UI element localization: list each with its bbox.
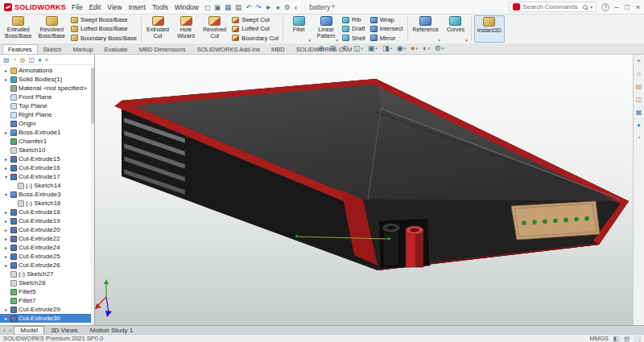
select-icon[interactable]: ► — [265, 3, 271, 11]
tree-item[interactable]: (-) Sketch16 — [0, 199, 94, 208]
apply-scene-icon[interactable]: ◐▾ — [423, 44, 430, 52]
view-settings-icon[interactable]: ⚙▾ — [435, 44, 444, 52]
close-button[interactable]: × — [636, 3, 640, 11]
search-input[interactable] — [522, 3, 580, 10]
custom-properties-icon[interactable]: ◔ — [637, 134, 641, 142]
tree-item[interactable]: ▸ Cut-Extrude26 — [0, 261, 94, 270]
tree-item[interactable]: ▸ Cut-Extrude18 — [0, 208, 94, 216]
edit-appearance-icon[interactable]: ●▾ — [411, 44, 418, 52]
tab-motion-study-1[interactable]: Motion Study 1 — [85, 326, 138, 334]
tree-item[interactable]: (-) Sketch27 — [0, 270, 94, 278]
tree-item[interactable]: ▸ Cut-Extrude20 — [0, 225, 94, 234]
expand-arrow-icon[interactable]: ▸ — [3, 209, 9, 215]
tab-solidworks-add-ins[interactable]: SOLIDWORKS Add-Ins — [192, 44, 266, 54]
wrap-button[interactable]: Wrap — [370, 15, 403, 24]
dimxpertmanager-tab-icon[interactable]: ◫ — [28, 56, 35, 64]
open-icon[interactable]: ▣ — [214, 3, 221, 11]
expand-arrow-icon[interactable]: ▸ — [3, 76, 9, 82]
terminal-red[interactable] — [406, 226, 423, 267]
expand-arrow-icon[interactable]: ▸ — [3, 218, 9, 224]
expand-arrow-icon[interactable]: ▸ — [3, 315, 9, 321]
redo-icon[interactable]: ↷ — [255, 3, 261, 11]
tree-item[interactable]: ▸ Cut-Extrude25 — [0, 252, 94, 261]
hide-show-items-icon[interactable]: ◉▾ — [397, 44, 406, 52]
propertymanager-tab-icon[interactable]: ◔ — [13, 56, 17, 64]
tab-features[interactable]: Features — [2, 44, 38, 54]
tree-item[interactable]: ▸ Cut-Extrude24 — [0, 243, 94, 252]
solidworks-resources-icon[interactable]: ⌂ — [637, 70, 641, 77]
search-caret-icon[interactable]: ▾ — [590, 4, 592, 10]
boundary-boss-base-button[interactable]: Boundary Boss/Base — [71, 34, 137, 43]
revolved-boss-base-button[interactable]: Revolved Boss/Base — [35, 15, 67, 43]
tree-scrollbar-thumb[interactable] — [91, 68, 94, 124]
tab-3d-views[interactable]: 3D Views — [45, 326, 84, 334]
swept-cut-button[interactable]: Swept Cut — [232, 15, 279, 24]
edit-appearance-icon[interactable]: ◐ — [295, 3, 299, 11]
appearances-icon[interactable]: ● — [637, 122, 641, 129]
section-view-icon[interactable]: ◫▾ — [353, 44, 363, 52]
swept-boss-base-button[interactable]: Swept Boss/Base — [71, 15, 137, 24]
extruded-cut-button[interactable]: Extruded Cut — [144, 15, 171, 43]
print-icon[interactable]: ▤ — [235, 3, 242, 11]
display-style-icon[interactable]: ◨▾ — [382, 44, 392, 52]
expand-arrow-icon[interactable]: ▸ — [3, 156, 9, 162]
curves-button[interactable]: Curves ▾ — [443, 15, 469, 43]
tab-model[interactable]: Model — [14, 326, 44, 334]
undo-icon[interactable]: ↶ — [246, 3, 251, 11]
menu-item[interactable]: Edit — [89, 3, 101, 11]
instant3d-button[interactable]: Instant3D — [474, 15, 505, 43]
options-icon[interactable]: ⚙ — [284, 3, 291, 11]
tree-item[interactable]: Material <not specified> — [0, 84, 94, 93]
search-commands-box[interactable]: ▾ — [509, 2, 597, 12]
expand-arrow-icon[interactable]: ▾ — [3, 192, 9, 197]
expand-arrow-icon[interactable]: ▸ — [3, 165, 9, 171]
intersect-button[interactable]: Intersect — [370, 24, 403, 33]
tree-item[interactable]: (-) Sketch14 — [0, 181, 94, 190]
expand-arrow-icon[interactable]: ▸ — [3, 253, 9, 259]
rebuild-icon[interactable]: ● — [276, 3, 280, 11]
maximize-button[interactable]: □ — [625, 3, 629, 11]
panel-overflow-icon[interactable]: » — [45, 56, 48, 64]
tab-scroll-right-icon[interactable]: › — [8, 326, 14, 334]
tree-item[interactable]: Front Plane — [0, 93, 94, 101]
tree-item[interactable]: Origin — [0, 119, 94, 128]
tree-item[interactable]: Right Plane — [0, 110, 94, 119]
hole-wizard-button[interactable]: Hole Wizard — [173, 15, 199, 43]
tab-evaluate[interactable]: Evaluate — [99, 44, 134, 54]
minimize-button[interactable]: – — [614, 3, 618, 11]
dropdown-caret-icon[interactable]: ▾ — [309, 38, 312, 43]
tree-item[interactable]: ▾ Boss-Extrude3 — [0, 190, 94, 199]
tree-item[interactable]: Sketch28 — [0, 278, 94, 287]
file-explorer-icon[interactable]: ◫ — [636, 96, 642, 103]
expand-arrow-icon[interactable]: ▸ — [3, 227, 9, 233]
tree-item[interactable]: ▸ Cut-Extrude19 — [0, 216, 94, 225]
tree-item[interactable]: Chamfer1 — [0, 137, 94, 146]
draft-button[interactable]: Draft — [342, 24, 365, 33]
terminal-black[interactable] — [383, 225, 399, 266]
tab-markup[interactable]: Markup — [68, 44, 99, 54]
tab-mbd-dimensions[interactable]: MBD Dimensions — [134, 44, 192, 54]
tree-item[interactable]: ▸ Solid Bodies(1) — [0, 75, 94, 84]
mirror-button[interactable]: Mirror — [370, 34, 403, 43]
menu-item[interactable]: Window — [175, 3, 199, 11]
linear-pattern-button[interactable]: Linear Pattern ▾ — [313, 15, 339, 43]
resize-grip[interactable] — [634, 336, 641, 342]
status-icon[interactable]: ◧ — [613, 335, 619, 342]
expand-arrow-icon[interactable]: ▸ — [3, 262, 9, 268]
tree-item[interactable]: ▸ Boss-Extrude1 — [0, 128, 94, 137]
featuremanager-tab-icon[interactable]: ▤ — [3, 56, 10, 64]
help-button[interactable]: ? — [601, 3, 609, 11]
save-icon[interactable]: ▦ — [225, 3, 231, 11]
reference-geometry-button[interactable]: Reference ▾ — [411, 15, 441, 43]
search-icon[interactable] — [583, 5, 588, 10]
tree-item[interactable]: ▾ Cut-Extrude17 — [0, 172, 94, 181]
view-palette-icon[interactable]: ▦ — [636, 109, 642, 116]
shell-button[interactable]: Shell — [342, 34, 365, 43]
tree-item[interactable]: ▸ Cut-Extrude22 — [0, 234, 94, 243]
expand-arrow-icon[interactable]: ▸ — [3, 245, 9, 250]
new-document-icon[interactable]: ◻ — [204, 3, 210, 11]
menu-item[interactable]: Insert — [129, 3, 146, 11]
design-library-icon[interactable]: ▤ — [636, 83, 642, 90]
status-icon[interactable]: ▤ — [624, 335, 630, 342]
displaymanager-tab-icon[interactable]: ● — [38, 56, 42, 64]
